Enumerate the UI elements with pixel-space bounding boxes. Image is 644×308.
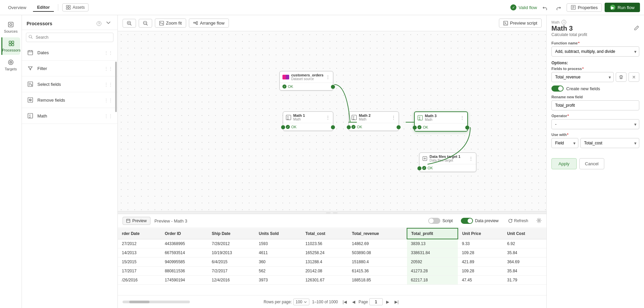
- operator-select[interactable]: -: [551, 119, 639, 129]
- scrollbar[interactable]: [115, 62, 117, 112]
- col-order-date: rder Date: [118, 228, 161, 239]
- svg-line-41: [195, 23, 196, 24]
- target1-node[interactable]: Data files target 1 Data files target ⋮ …: [419, 152, 476, 172]
- right-panel-info-icon[interactable]: i: [562, 20, 566, 25]
- dates-label: Dates: [37, 50, 49, 55]
- remove-fields-drag-handle[interactable]: ⋮⋮: [104, 98, 113, 103]
- sidebar-item-sources[interactable]: Sources: [1, 19, 20, 36]
- tab-editor[interactable]: Editor: [33, 3, 54, 12]
- sidebar-item-processors[interactable]: Processors: [1, 37, 20, 55]
- action-buttons: Apply Cancel: [551, 158, 639, 169]
- preview-script-button[interactable]: Preview script: [499, 19, 542, 28]
- math1-output-connector[interactable]: [331, 125, 335, 129]
- sidebar-item-targets[interactable]: Targets: [1, 56, 20, 74]
- fields-to-process-section: Fields to process Total_revenue ▾: [551, 67, 639, 82]
- page-label: Page: [359, 300, 368, 304]
- apply-button[interactable]: Apply: [551, 158, 577, 169]
- svg-point-52: [538, 219, 540, 221]
- math2-node[interactable]: ∑ Math 2 Math ⋮ OK: [348, 111, 399, 131]
- preview-header: Preview Preview - Math 3 Script Data pre…: [118, 214, 546, 228]
- math3-node[interactable]: ∑ Math 3 Math ⋮ OK: [414, 111, 468, 132]
- preview-tab-button[interactable]: Preview: [123, 217, 150, 225]
- target1-input-connector[interactable]: [417, 166, 421, 170]
- math-drag-handle[interactable]: ⋮⋮: [104, 113, 113, 118]
- first-page-button[interactable]: |◀: [341, 299, 349, 305]
- function-name-select[interactable]: Add, subtract, multiply, and divide: [551, 46, 639, 57]
- next-page-button[interactable]: ▶: [384, 299, 391, 305]
- target1-node-name: Data files target 1: [430, 155, 461, 159]
- source-status-label: OK: [288, 84, 293, 89]
- math3-status: OK: [415, 124, 467, 131]
- processor-select-fields[interactable]: Select fields ⋮⋮: [22, 76, 117, 92]
- data-table: rder Date Order ID Ship Date Units Sold …: [118, 228, 546, 285]
- preview-script-label: Preview script: [510, 21, 537, 26]
- cancel-button[interactable]: Cancel: [579, 158, 604, 169]
- svg-rect-8: [8, 22, 13, 27]
- search-input[interactable]: [26, 33, 113, 42]
- targets-icon: [7, 59, 14, 66]
- flow-canvas[interactable]: customers_orders Dataset source ⋮ OK: [118, 31, 546, 211]
- select-fields-drag-handle[interactable]: ⋮⋮: [104, 82, 113, 87]
- rename-field-input[interactable]: [551, 100, 639, 110]
- zoom-out-button[interactable]: [139, 19, 152, 28]
- math3-output-connector[interactable]: [465, 126, 469, 130]
- properties-button[interactable]: Properties: [567, 3, 602, 12]
- data-preview-toggle[interactable]: [461, 218, 473, 224]
- tab-overview[interactable]: Overview: [4, 4, 30, 11]
- delete-field-button[interactable]: [616, 72, 626, 82]
- rows-dropdown[interactable]: 100: [293, 299, 309, 305]
- math2-output-connector[interactable]: [397, 125, 401, 129]
- script-toggle[interactable]: [428, 218, 440, 224]
- create-new-fields-toggle[interactable]: [551, 85, 564, 92]
- target1-menu[interactable]: ⋮: [469, 156, 473, 161]
- processors-panel: Processors ? Dates: [22, 15, 118, 308]
- math1-menu[interactable]: ⋮: [326, 115, 330, 120]
- processor-remove-fields[interactable]: Remove fields ⋮⋮: [22, 92, 117, 108]
- properties-icon: [571, 5, 576, 10]
- use-with-value-select[interactable]: Total_cost: [580, 138, 639, 148]
- horizontal-scrollbar[interactable]: [123, 301, 190, 303]
- processor-filter[interactable]: Filter ⋮⋮: [22, 61, 117, 76]
- math3-input-connector[interactable]: [413, 126, 417, 130]
- math2-input-connector[interactable]: [347, 125, 351, 129]
- processor-math[interactable]: ∑ Math ⋮⋮: [22, 108, 117, 124]
- script-toggle-group: Script: [428, 218, 453, 224]
- prev-page-button[interactable]: ◀: [350, 299, 357, 305]
- math1-node[interactable]: ∑ Math 1 Math ⋮ OK: [283, 111, 333, 131]
- page-input[interactable]: [369, 298, 383, 305]
- fields-to-process-select[interactable]: Total_revenue: [551, 72, 614, 82]
- last-page-button[interactable]: ▶|: [393, 299, 401, 305]
- arrange-flow-button[interactable]: Arrange flow: [189, 19, 229, 28]
- dates-drag-handle[interactable]: ⋮⋮: [104, 50, 113, 55]
- math2-menu[interactable]: ⋮: [391, 115, 396, 120]
- dataset-source-node[interactable]: customers_orders Dataset source ⋮ OK: [279, 71, 333, 91]
- source-output-connector[interactable]: [331, 85, 335, 89]
- redo-button[interactable]: [553, 3, 564, 11]
- assets-button[interactable]: Assets: [62, 3, 89, 11]
- settings-icon[interactable]: [536, 218, 542, 224]
- math3-menu[interactable]: ⋮: [460, 115, 465, 121]
- table-row: 27/20124433689957/28/2012159311023.56148…: [118, 239, 546, 248]
- col-units-sold: Units Sold: [255, 228, 301, 239]
- processors-info-icon[interactable]: ?: [97, 21, 101, 26]
- zoom-in-button[interactable]: [123, 19, 136, 28]
- properties-label: Properties: [578, 5, 598, 10]
- refresh-button[interactable]: Refresh: [508, 218, 528, 223]
- undo-button[interactable]: [540, 3, 550, 11]
- resize-handle[interactable]: — —: [118, 211, 546, 214]
- math3-node-name: Math 3: [425, 114, 437, 118]
- edit-icon[interactable]: [634, 25, 639, 32]
- math1-node-name: Math 1: [293, 113, 305, 117]
- math1-input-connector[interactable]: [281, 125, 285, 129]
- svg-line-35: [146, 24, 147, 25]
- run-flow-button[interactable]: ▶ Run flow: [605, 3, 640, 12]
- source-node-menu[interactable]: ⋮: [326, 74, 330, 80]
- filter-drag-handle[interactable]: ⋮⋮: [104, 66, 113, 71]
- zoom-fit-button[interactable]: Zoom fit: [155, 19, 186, 28]
- add-field-button[interactable]: [629, 72, 639, 82]
- collapse-panel-button[interactable]: [104, 20, 113, 27]
- use-with-type-select[interactable]: Field: [551, 138, 578, 148]
- processor-dates[interactable]: Dates ⋮⋮: [22, 45, 117, 61]
- svg-rect-37: [194, 22, 195, 23]
- operator-label: Operator: [551, 114, 639, 118]
